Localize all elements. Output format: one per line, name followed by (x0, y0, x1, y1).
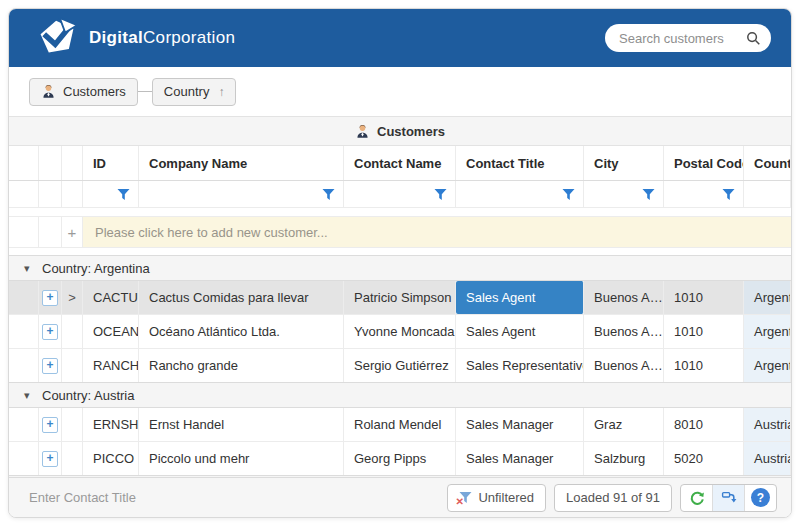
cell-contact-name[interactable]: Georg Pipps (344, 442, 456, 475)
expand-row-icon[interactable]: + (42, 417, 58, 433)
cell-country[interactable]: Austria (744, 442, 791, 475)
header-indent-cell (9, 146, 39, 180)
filter-cell-company-name[interactable] (139, 181, 344, 207)
cell-city[interactable]: Graz (584, 408, 664, 441)
expand-row-cell[interactable]: + (39, 442, 62, 475)
add-row-indent (9, 217, 39, 247)
expand-row-icon[interactable]: + (42, 451, 58, 467)
column-header-city[interactable]: City (584, 146, 664, 180)
loaded-count-button[interactable]: Loaded 91 of 91 (554, 484, 672, 512)
filter-cell-postal-code[interactable] (664, 181, 744, 207)
cell-id[interactable]: OCEAN (83, 315, 139, 348)
search-input[interactable]: Search customers (605, 24, 771, 52)
column-header-id[interactable]: ID (83, 146, 139, 180)
table-row: +ERNSHErnst HandelRoland MendelSales Man… (9, 408, 791, 442)
expand-row-cell[interactable]: + (39, 315, 62, 348)
cell-country[interactable]: Argentina (744, 349, 791, 382)
filter-cell-id[interactable] (83, 181, 139, 207)
cell-postal-code[interactable]: 1010 (664, 281, 744, 314)
cell-contact-title[interactable]: Sales Manager (456, 408, 584, 441)
column-header-postal-code[interactable]: Postal Code (664, 146, 744, 180)
filter-funnel-icon[interactable] (642, 188, 655, 201)
cell-company-name[interactable]: Cactus Comidas para llevar (139, 281, 344, 314)
cell-city[interactable]: Buenos A… (584, 315, 664, 348)
add-new-row[interactable]: + Please click here to add new customer.… (9, 216, 791, 248)
cell-contact-title[interactable]: Sales Representative (456, 349, 584, 382)
expand-row-icon[interactable]: + (42, 324, 58, 340)
help-button[interactable]: ? (744, 485, 776, 511)
cell-id[interactable]: ERNSH (83, 408, 139, 441)
cell-id[interactable]: CACTU (83, 281, 139, 314)
filter-cell-contact-name[interactable] (344, 181, 456, 207)
expand-row-icon[interactable]: + (42, 358, 58, 374)
group-row[interactable]: ▾Country: Austria (9, 382, 791, 408)
group-chip-label: Country (164, 84, 210, 99)
clear-filter-icon: ✕ (459, 491, 472, 504)
refresh-button[interactable] (681, 485, 712, 511)
export-button[interactable] (712, 485, 744, 511)
filter-cell-country[interactable] (744, 181, 791, 207)
search-icon[interactable] (746, 31, 761, 46)
cell-postal-code[interactable]: 1010 (664, 315, 744, 348)
cell-contact-title[interactable]: Sales Manager (456, 442, 584, 475)
cell-contact-name[interactable]: Sergio Gutiérrez (344, 349, 456, 382)
app-header: DigitalCorporation Search customers (9, 9, 791, 67)
column-header-contact-name[interactable]: Contact Name (344, 146, 456, 180)
cell-city[interactable]: Buenos A… (584, 349, 664, 382)
focused-row-icon: > (68, 290, 76, 305)
cell-country[interactable]: Argentina (744, 315, 791, 348)
filter-cell-contact-title[interactable] (456, 181, 584, 207)
cell-contact-name[interactable]: Patricio Simpson (344, 281, 456, 314)
cell-city[interactable]: Buenos A… (584, 281, 664, 314)
group-expanded-icon[interactable]: ▾ (24, 389, 42, 402)
group-row[interactable]: ▾Country: Argentina (9, 255, 791, 281)
cell-contact-name[interactable]: Roland Mendel (344, 408, 456, 441)
filter-funnel-icon[interactable] (434, 188, 447, 201)
group-label: Country: Austria (42, 388, 135, 403)
grid-caption: Customers (9, 116, 791, 145)
add-row-plus-cell[interactable]: + (62, 217, 83, 247)
filter-indent-cell (39, 181, 62, 207)
cell-company-name[interactable]: Rancho grande (139, 349, 344, 382)
cell-company-name[interactable]: Piccolo und mehr (139, 442, 344, 475)
cell-postal-code[interactable]: 5020 (664, 442, 744, 475)
filter-funnel-icon[interactable] (562, 188, 575, 201)
table-row: +PICCOPiccolo und mehrGeorg PippsSales M… (9, 442, 791, 476)
filter-cell-city[interactable] (584, 181, 664, 207)
breadcrumb-connector (138, 91, 152, 92)
cell-postal-code[interactable]: 1010 (664, 349, 744, 382)
expand-row-cell[interactable]: + (39, 349, 62, 382)
expand-row-icon[interactable]: + (42, 290, 58, 306)
column-header-company-name[interactable]: Company Name (139, 146, 344, 180)
app-window: DigitalCorporation Search customers Cust… (8, 8, 792, 518)
column-header-contact-title[interactable]: Contact Title (456, 146, 584, 180)
filter-funnel-icon[interactable] (322, 188, 335, 201)
column-header-country[interactable]: Country (744, 146, 791, 180)
cell-contact-title[interactable]: Sales Agent (456, 281, 584, 314)
unfiltered-button[interactable]: ✕ Unfiltered (447, 484, 546, 512)
brand-name: DigitalCorporation (89, 28, 235, 48)
cell-contact-title[interactable]: Sales Agent (456, 315, 584, 348)
expand-row-cell[interactable]: + (39, 408, 62, 441)
cell-city[interactable]: Salzburg (584, 442, 664, 475)
unfiltered-label: Unfiltered (478, 490, 534, 505)
filter-funnel-icon[interactable] (117, 188, 130, 201)
filter-funnel-icon[interactable] (722, 188, 735, 201)
cell-company-name[interactable]: Ernst Handel (139, 408, 344, 441)
cell-id[interactable]: PICCO (83, 442, 139, 475)
group-expanded-icon[interactable]: ▾ (24, 262, 42, 275)
cell-country[interactable]: Argentina (744, 281, 791, 314)
expand-row-cell[interactable]: + (39, 281, 62, 314)
search-placeholder: Search customers (619, 31, 746, 46)
customers-chip[interactable]: Customers (29, 78, 138, 106)
table-row: +OCEANOcéano Atlántico Ltda.Yvonne Monca… (9, 315, 791, 349)
group-chip-country[interactable]: Country ↑ (152, 78, 237, 106)
cell-contact-name[interactable]: Yvonne Moncada (344, 315, 456, 348)
add-row-message[interactable]: Please click here to add new customer... (83, 217, 791, 247)
cell-company-name[interactable]: Océano Atlántico Ltda. (139, 315, 344, 348)
table-row: +RANCHRancho grandeSergio GutiérrezSales… (9, 349, 791, 383)
cell-id[interactable]: RANCH (83, 349, 139, 382)
cell-country[interactable]: Austria (744, 408, 791, 441)
refresh-icon (689, 490, 705, 506)
cell-postal-code[interactable]: 8010 (664, 408, 744, 441)
